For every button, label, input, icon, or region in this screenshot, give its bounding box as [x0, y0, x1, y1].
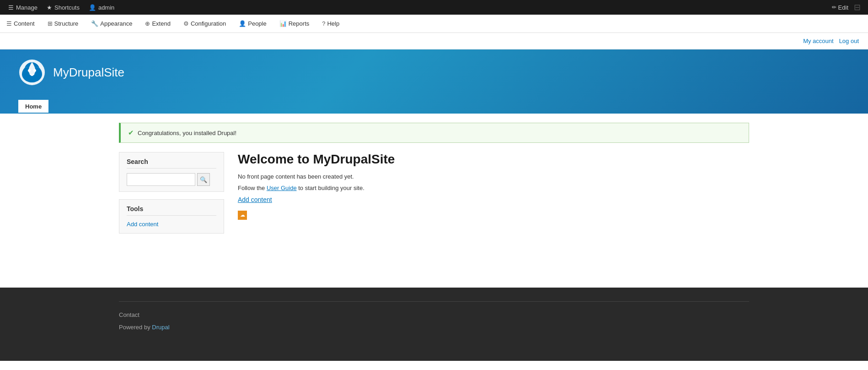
sidebar: Search 🔍 Tools Add content [119, 152, 224, 241]
site-footer: Contact Powered by Drupal [0, 288, 868, 361]
appearance-icon: 🔧 [91, 20, 98, 27]
content-icon: ☰ [6, 20, 12, 27]
people-icon: 👤 [239, 20, 246, 27]
status-text: Congratulations, you installed Drupal! [138, 130, 236, 136]
pencil-icon: ✏ [832, 4, 836, 11]
nav-help-label: Help [327, 20, 339, 27]
site-nav: Home [18, 100, 850, 113]
add-content-link[interactable]: Add content [238, 196, 272, 203]
tools-block: Tools Add content [119, 199, 224, 234]
search-input[interactable] [127, 173, 195, 186]
rss-button[interactable]: ☁ [238, 211, 247, 220]
drupal-logo [18, 59, 46, 86]
search-heading: Search [127, 158, 216, 169]
intro-follow: Follow the [238, 185, 265, 191]
check-icon: ✔ [128, 129, 134, 137]
toolbar-handle[interactable]: ⊟ [854, 2, 861, 12]
rss-symbol: ☁ [240, 212, 245, 218]
site-branding: MyDrupalSite [18, 59, 850, 95]
nav-reports-label: Reports [289, 20, 310, 27]
manage-menu-item[interactable]: ☰ Manage [4, 0, 42, 15]
user-links: My account Log out [803, 38, 859, 44]
nav-reports[interactable]: 📊 Reports [273, 15, 316, 33]
edit-button[interactable]: ✏ Edit [828, 4, 852, 11]
secondary-nav: ☰ Content ⊞ Structure 🔧 Appearance ⊕ Ext… [0, 15, 868, 33]
shortcuts-label: Shortcuts [54, 4, 80, 11]
intro-line3: to start building your site. [298, 185, 364, 191]
nav-help[interactable]: ? Help [316, 15, 346, 33]
admin-toolbar: ☰ Manage ★ Shortcuts 👤 admin ✏ Edit ⊟ [0, 0, 868, 15]
main-column: Welcome to MyDrupalSite No front page co… [238, 152, 749, 241]
nav-content[interactable]: ☰ Content [0, 15, 41, 33]
user-icon: 👤 [89, 4, 96, 11]
svg-point-1 [28, 69, 31, 72]
intro-line2: Follow the User Guide to start building … [238, 184, 749, 193]
structure-icon: ⊞ [48, 20, 53, 27]
nav-content-label: Content [14, 20, 35, 27]
nav-configuration[interactable]: ⚙ Configuration [177, 15, 232, 33]
log-out-link[interactable]: Log out [839, 38, 859, 44]
nav-extend[interactable]: ⊕ Extend [139, 15, 177, 33]
reports-icon: 📊 [279, 20, 287, 27]
nav-appearance[interactable]: 🔧 Appearance [85, 15, 139, 33]
page-title: Welcome to MyDrupalSite [238, 152, 749, 167]
username: admin [98, 4, 114, 11]
nav-extend-label: Extend [152, 20, 170, 27]
footer-contact: Contact [119, 311, 749, 318]
search-form: 🔍 [127, 173, 216, 186]
footer-divider [119, 301, 749, 302]
help-icon: ? [322, 20, 325, 27]
tools-heading: Tools [127, 205, 216, 216]
powered-by-text: Powered by [119, 324, 150, 331]
svg-point-2 [33, 69, 36, 72]
rss-icon[interactable]: ☁ [238, 211, 247, 220]
edit-label: Edit [838, 4, 848, 11]
search-icon: 🔍 [200, 176, 207, 183]
site-name: MyDrupalSite [53, 65, 124, 80]
content-layout: Search 🔍 Tools Add content Welcome to My… [119, 152, 749, 241]
star-icon: ★ [47, 4, 52, 11]
manage-label: Manage [16, 4, 38, 11]
drupal-link[interactable]: Drupal [152, 324, 169, 331]
search-button[interactable]: 🔍 [197, 173, 210, 186]
user-menu-item[interactable]: 👤 admin [84, 0, 119, 15]
home-tab[interactable]: Home [18, 100, 48, 113]
nav-config-label: Configuration [191, 20, 226, 27]
main-content: ✔ Congratulations, you installed Drupal!… [0, 114, 868, 288]
nav-structure-label: Structure [54, 20, 79, 27]
hamburger-icon: ☰ [8, 4, 14, 11]
footer-powered-by: Powered by Drupal [119, 324, 749, 331]
extend-icon: ⊕ [145, 20, 150, 27]
config-icon: ⚙ [183, 20, 189, 27]
sidebar-add-content-link[interactable]: Add content [127, 221, 158, 228]
status-message: ✔ Congratulations, you installed Drupal! [119, 123, 749, 143]
toolbar-right: ✏ Edit ⊟ [828, 2, 864, 12]
user-bar: My account Log out [0, 33, 868, 49]
intro-line1: No front page content has been created y… [238, 172, 749, 182]
nav-people-label: People [248, 20, 266, 27]
nav-appearance-label: Appearance [100, 20, 132, 27]
toolbar-left: ☰ Manage ★ Shortcuts 👤 admin [4, 0, 119, 15]
nav-structure[interactable]: ⊞ Structure [41, 15, 85, 33]
my-account-link[interactable]: My account [803, 38, 833, 44]
site-header: MyDrupalSite Home [0, 49, 868, 114]
shortcuts-menu-item[interactable]: ★ Shortcuts [42, 0, 84, 15]
search-block: Search 🔍 [119, 152, 224, 192]
contact-link[interactable]: Contact [119, 311, 139, 318]
user-guide-link[interactable]: User Guide [267, 185, 297, 191]
nav-people[interactable]: 👤 People [232, 15, 273, 33]
